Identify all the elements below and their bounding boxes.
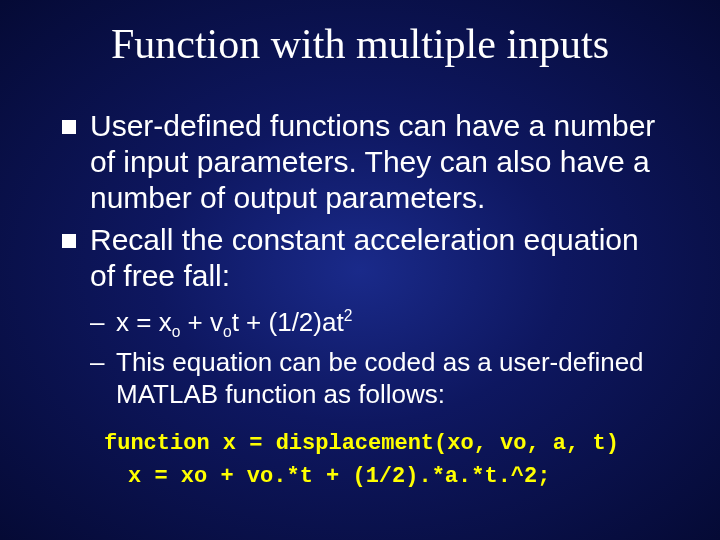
bullet-item: User-defined functions can have a number… [60, 108, 670, 216]
bullet-text: User-defined functions can have a number… [90, 109, 655, 214]
bullet-text: Recall the constant acceleration equatio… [90, 223, 639, 292]
bullet-list: User-defined functions can have a number… [60, 108, 670, 411]
slide-content: User-defined functions can have a number… [0, 108, 720, 493]
slide-title: Function with multiple inputs [0, 20, 720, 68]
code-block: function x = displacement(xo, vo, a, t) … [104, 427, 670, 493]
code-line: function x = displacement(xo, vo, a, t) [104, 427, 670, 460]
sub-item-equation: x = xo + vot + (1/2)at2 [90, 306, 670, 342]
equation-text: x = xo + vot + (1/2)at2 [116, 307, 352, 337]
sub-item-desc: This equation can be coded as a user-def… [90, 346, 670, 411]
bullet-item: Recall the constant acceleration equatio… [60, 222, 670, 411]
slide: Function with multiple inputs User-defin… [0, 0, 720, 540]
sub-text: This equation can be coded as a user-def… [116, 347, 644, 410]
sub-list: x = xo + vot + (1/2)at2 This equation ca… [90, 306, 670, 411]
code-line: x = xo + vo.*t + (1/2).*a.*t.^2; [104, 460, 670, 493]
